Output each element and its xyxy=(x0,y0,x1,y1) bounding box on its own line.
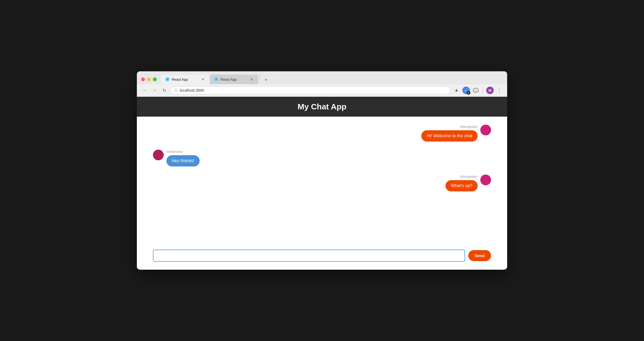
address-text: localhost:3000 xyxy=(180,88,204,92)
tab-close-2[interactable]: ✕ xyxy=(250,77,254,82)
message-username-1: fallingwater xyxy=(460,125,478,129)
tab-title-1: React App xyxy=(172,77,199,81)
input-area: Send xyxy=(137,245,507,268)
message-username-3: fallingwater xyxy=(460,175,478,179)
tab-favicon-1: ⚛ xyxy=(165,77,170,81)
address-bar[interactable]: ⓘ localhost:3000 xyxy=(170,86,451,94)
message-bubble-2: Hey thanks! xyxy=(166,155,200,166)
send-button[interactable]: Send xyxy=(468,250,491,261)
extension-count: 0 xyxy=(467,91,470,95)
avatar-fallingwater-1 xyxy=(480,125,491,135)
app-header: My Chat App xyxy=(137,97,507,117)
message-row: hiddenstar Hey thanks! xyxy=(153,150,491,166)
browser-chrome: ⚛ React App ✕ ⚛ React App ✕ + ← → ↻ ⓘ xyxy=(137,71,507,97)
minimize-traffic-light[interactable] xyxy=(147,77,151,81)
hex-icon: ⬡ xyxy=(473,87,479,93)
message-bubble-3: What's up? xyxy=(445,180,478,191)
tab-bar: ⚛ React App ✕ ⚛ React App ✕ + xyxy=(161,75,503,84)
avatar-fallingwater-2 xyxy=(480,175,491,185)
message-row: fallingwater What's up? xyxy=(153,175,491,191)
message-content-2: hiddenstar Hey thanks! xyxy=(166,150,200,166)
message-input[interactable] xyxy=(153,250,465,262)
tab-favicon-2: ⚛ xyxy=(214,77,218,81)
tab-close-1[interactable]: ✕ xyxy=(201,77,205,82)
extension-badge-button[interactable]: 🔗 0 xyxy=(462,87,470,94)
message-content-3: fallingwater What's up? xyxy=(445,175,478,191)
tab-react-app-1[interactable]: ⚛ React App ✕ xyxy=(161,75,209,84)
message-bubble-1: Hi! Welcome to the chat xyxy=(421,130,478,142)
app-content: My Chat App fallingwater Hi! Welcome to … xyxy=(137,97,507,268)
back-button[interactable]: ← xyxy=(141,87,149,94)
extension-hex-button[interactable]: ⬡ xyxy=(472,87,480,94)
avatar-hiddenstar xyxy=(153,150,164,160)
title-bar: ⚛ React App ✕ ⚛ React App ✕ + xyxy=(137,71,507,84)
app-title: My Chat App xyxy=(142,102,502,111)
message-content-1: fallingwater Hi! Welcome to the chat xyxy=(421,125,478,142)
profile-initial: M xyxy=(489,88,492,92)
maximize-traffic-light[interactable] xyxy=(153,77,157,81)
new-tab-button[interactable]: + xyxy=(262,76,270,84)
secure-icon: ⓘ xyxy=(174,88,178,93)
browser-window: ⚛ React App ✕ ⚛ React App ✕ + ← → ↻ ⓘ xyxy=(137,71,507,270)
reload-button[interactable]: ↻ xyxy=(160,87,168,94)
profile-avatar[interactable]: M xyxy=(486,87,494,94)
tab-separator xyxy=(260,75,260,81)
menu-button[interactable]: ⋮ xyxy=(496,86,503,94)
tab-title-2: React App xyxy=(221,77,247,81)
message-row: fallingwater Hi! Welcome to the chat xyxy=(153,125,491,142)
close-traffic-light[interactable] xyxy=(141,77,145,81)
forward-button[interactable]: → xyxy=(151,87,158,94)
nav-separator xyxy=(483,87,483,94)
chat-area: fallingwater Hi! Welcome to the chat hid… xyxy=(137,117,507,245)
nav-actions: ★ 🔗 0 ⬡ M ⋮ xyxy=(453,86,503,94)
traffic-lights xyxy=(141,77,157,81)
message-username-2: hiddenstar xyxy=(166,150,183,154)
nav-bar: ← → ↻ ⓘ localhost:3000 ★ 🔗 0 ⬡ xyxy=(137,84,507,97)
bookmark-button[interactable]: ★ xyxy=(453,87,460,94)
tab-react-app-2[interactable]: ⚛ React App ✕ xyxy=(210,75,258,84)
svg-text:⬡: ⬡ xyxy=(475,89,477,92)
